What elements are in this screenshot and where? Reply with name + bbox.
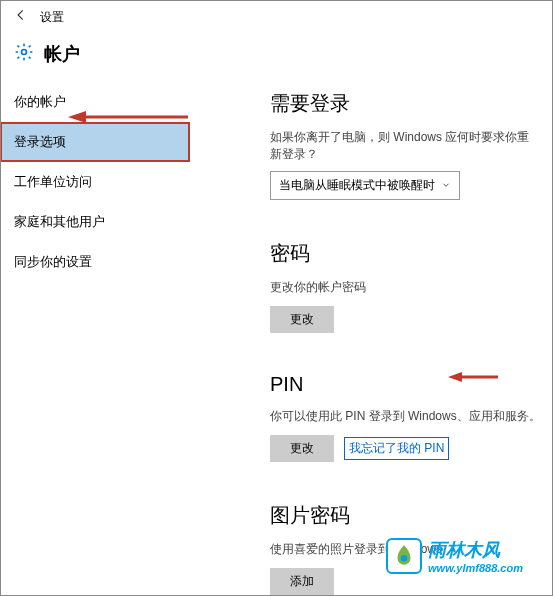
pin-change-button[interactable]: 更改 (270, 435, 334, 462)
signin-desc: 如果你离开了电脑，则 Windows 应何时要求你重新登录？ (270, 129, 541, 163)
settings-icon (14, 42, 34, 66)
watermark-url: www.ylmf888.com (428, 562, 523, 574)
annotation-arrow-1 (68, 107, 188, 127)
svg-point-5 (401, 555, 408, 562)
page-title: 帐户 (44, 42, 80, 66)
password-title: 密码 (270, 240, 541, 267)
sidebar-item-family-users[interactable]: 家庭和其他用户 (0, 202, 190, 242)
sidebar-item-sync-settings[interactable]: 同步你的设置 (0, 242, 190, 282)
main-content: 需要登录 如果你离开了电脑，则 Windows 应何时要求你重新登录？ 当电脑从… (190, 82, 553, 596)
picture-add-button[interactable]: 添加 (270, 568, 334, 595)
svg-marker-4 (448, 372, 462, 382)
titlebar-text: 设置 (40, 9, 64, 26)
chevron-down-icon (441, 179, 451, 193)
watermark-cn: 雨林木风 (428, 538, 523, 562)
watermark: 雨林木风 www.ylmf888.com (386, 538, 523, 574)
signin-when-select[interactable]: 当电脑从睡眠模式中被唤醒时 (270, 171, 460, 200)
pin-desc: 你可以使用此 PIN 登录到 Windows、应用和服务。 (270, 408, 541, 425)
pin-title: PIN (270, 373, 541, 396)
watermark-logo-icon (386, 538, 422, 574)
back-button[interactable] (14, 8, 28, 26)
annotation-arrow-2 (448, 369, 498, 385)
pin-forgot-link[interactable]: 我忘记了我的 PIN (344, 437, 449, 460)
sidebar-item-signin-options[interactable]: 登录选项 (0, 122, 190, 162)
svg-marker-2 (68, 111, 86, 123)
svg-point-0 (22, 50, 27, 55)
sidebar-item-work-access[interactable]: 工作单位访问 (0, 162, 190, 202)
sidebar: 你的帐户 登录选项 工作单位访问 家庭和其他用户 同步你的设置 (0, 82, 190, 596)
picture-password-title: 图片密码 (270, 502, 541, 529)
password-desc: 更改你的帐户密码 (270, 279, 541, 296)
signin-title: 需要登录 (270, 90, 541, 117)
password-change-button[interactable]: 更改 (270, 306, 334, 333)
